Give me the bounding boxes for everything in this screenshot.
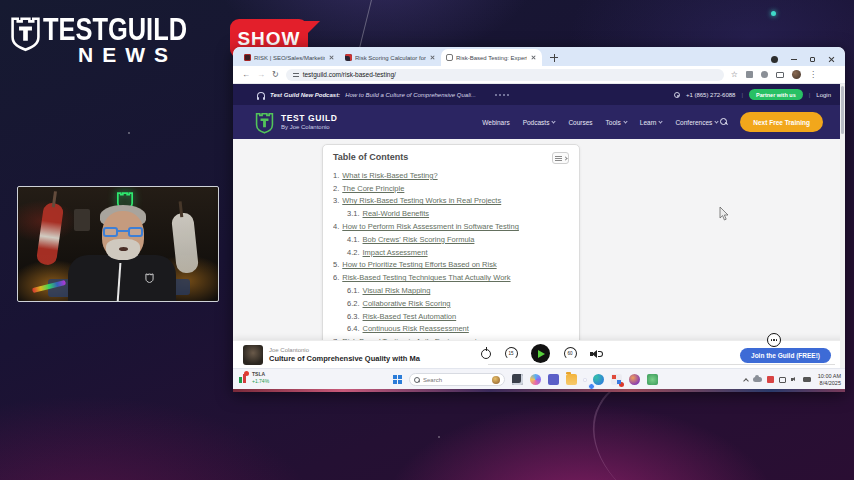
nav-item-courses[interactable]: Courses (568, 119, 592, 126)
player-controls: 15 60 (481, 344, 601, 363)
player-progress-bar[interactable] (488, 364, 835, 365)
volume-icon[interactable] (590, 349, 601, 359)
onedrive-icon[interactable] (753, 377, 762, 382)
toc-link[interactable]: Bob Crews' Risk Scoring Formula (363, 235, 475, 244)
article-content: Table of Contents 1.What is Risk-Based T… (233, 139, 845, 340)
notification-badge (619, 382, 624, 387)
toc-item: 6.1.Visual Risk Mapping (333, 284, 569, 297)
tab-close-icon[interactable] (429, 54, 436, 61)
maximize-icon[interactable] (810, 57, 815, 62)
skip-forward-button[interactable]: 60 (564, 347, 577, 360)
toc-link[interactable]: The Core Principle (342, 184, 404, 193)
firefox-icon[interactable] (629, 374, 640, 385)
toc-number: 4.1. (347, 235, 360, 244)
search-icon[interactable] (720, 118, 728, 126)
clock-date: 8/4/2025 (820, 380, 841, 387)
tab-title: Risk-Based Testing: Expert Guid (456, 55, 527, 61)
tab-close-icon[interactable] (328, 54, 335, 61)
search-input[interactable] (423, 377, 479, 383)
app-grid-icon[interactable] (611, 374, 622, 385)
toc-item: 4.2.Impact Assessment (333, 246, 569, 259)
close-icon[interactable] (828, 56, 835, 63)
toc-item: 4.1.Bob Crews' Risk Scoring Formula (333, 233, 569, 246)
toc-link[interactable]: Collaborative Risk Scoring (363, 299, 451, 308)
nav-item-webinars[interactable]: Webinars (482, 119, 509, 126)
toc-link[interactable]: Visual Risk Mapping (363, 286, 431, 295)
site-info-icon[interactable] (293, 72, 299, 78)
announcement-label[interactable]: Test Guild New Podcast: (270, 92, 340, 98)
site-logo[interactable]: TEST GUILD By Joe Colantonio (255, 111, 338, 134)
toc-item: 1.What is Risk-Based Testing? (333, 169, 569, 182)
play-button[interactable] (531, 344, 550, 363)
photos-icon[interactable] (647, 374, 658, 385)
webcam-video (17, 186, 219, 302)
wallpaper-strip (233, 389, 845, 392)
scrollbar-thumb[interactable] (841, 86, 844, 134)
browser-tab[interactable]: Risk Scoring Calculator for Soft (340, 49, 441, 66)
tab-close-icon[interactable] (530, 54, 537, 61)
join-guild-button[interactable]: Join the Guild (FREE!) (740, 348, 831, 363)
extension-icon[interactable] (746, 71, 753, 78)
chevron-down-icon (552, 119, 556, 123)
nav-item-conferences[interactable]: Conferences (675, 119, 718, 126)
start-button[interactable] (393, 375, 402, 384)
login-link[interactable]: Login (816, 92, 831, 98)
task-view-icon[interactable] (512, 374, 523, 385)
taskbar-clock[interactable]: 10:00 AM 8/4/2025 (818, 373, 841, 386)
page-viewport: Test Guild New Podcast: How to Build a C… (233, 84, 845, 368)
toc-link[interactable]: Real-World Benefits (363, 209, 430, 218)
announcement-text[interactable]: How to Build a Culture of Comprehensive … (345, 92, 476, 98)
nav-item-tools[interactable]: Tools (606, 119, 627, 126)
tab-list: RISK | SEO/Sales/MarketingRisk Scoring C… (239, 49, 542, 66)
toc-link[interactable]: How to Prioritize Testing Efforts Based … (342, 260, 496, 269)
tray-app-icon[interactable] (767, 376, 774, 383)
toc-toggle-button[interactable] (552, 152, 569, 164)
toc-link[interactable]: Why Risk-Based Testing Works in Real Pro… (342, 196, 501, 205)
forward-icon[interactable]: → (257, 71, 265, 79)
more-options-button[interactable] (767, 333, 781, 347)
partner-button[interactable]: Partner with us (749, 89, 803, 100)
toc-link[interactable]: How to Perform Risk Assessment in Softwa… (342, 222, 519, 231)
jacket-shield-icon (145, 273, 154, 283)
new-tab-button[interactable] (548, 52, 560, 64)
tray-expand-icon[interactable] (743, 378, 749, 384)
speaker-icon[interactable] (791, 376, 798, 383)
file-explorer-icon[interactable] (566, 374, 577, 385)
minimize-icon[interactable] (791, 59, 797, 60)
site-brand: TEST GUILD (281, 114, 338, 123)
device-icon[interactable] (779, 377, 786, 383)
chrome-active-indicator[interactable] (584, 379, 586, 381)
menu-icon[interactable]: ⋮ (809, 71, 817, 79)
browser-tab[interactable]: Risk-Based Testing: Expert Guid (441, 49, 542, 66)
nav-item-learn[interactable]: Learn (640, 119, 663, 126)
extensions-puzzle-icon[interactable] (761, 71, 768, 78)
battery-icon[interactable] (803, 377, 811, 382)
restart-icon[interactable] (481, 349, 491, 359)
page-scrollbar[interactable] (840, 84, 845, 368)
toc-link[interactable]: Risk-Based Testing Techniques That Actua… (342, 273, 510, 282)
sparkle-dot (771, 11, 776, 16)
side-panel-icon[interactable] (776, 72, 784, 78)
copilot-icon[interactable] (530, 374, 541, 385)
back-icon[interactable]: ← (242, 71, 250, 79)
taskbar-search[interactable] (409, 373, 505, 386)
skip-back-button[interactable]: 15 (505, 347, 518, 360)
bookmark-star-icon[interactable]: ☆ (731, 71, 738, 79)
taskbar-center (393, 369, 658, 390)
url-bar[interactable]: testguild.com/risk-based-testing/ (286, 69, 724, 81)
toc-link[interactable]: Impact Assessment (363, 248, 428, 257)
toc-link[interactable]: Risk-Based Test Automation (363, 312, 457, 321)
toc-link[interactable]: Continuous Risk Reassessment (363, 324, 469, 333)
browser-tab[interactable]: RISK | SEO/Sales/Marketing (239, 49, 340, 66)
testguild-green-shield-icon (255, 111, 274, 134)
browser-profile-icon[interactable] (771, 56, 778, 63)
teams-icon[interactable] (548, 374, 559, 385)
free-training-button[interactable]: Next Free Training (740, 112, 823, 132)
toc-link[interactable]: What is Risk-Based Testing? (342, 171, 437, 180)
nav-item-podcasts[interactable]: Podcasts (523, 119, 556, 126)
edge-icon[interactable] (593, 374, 604, 385)
phone-number[interactable]: +1 (865) 272-6088 (686, 92, 736, 98)
taskbar-widget-ticker[interactable]: TSLA +1.74% (239, 371, 269, 385)
avatar[interactable] (792, 70, 801, 79)
reload-icon[interactable]: ↻ (272, 71, 279, 79)
